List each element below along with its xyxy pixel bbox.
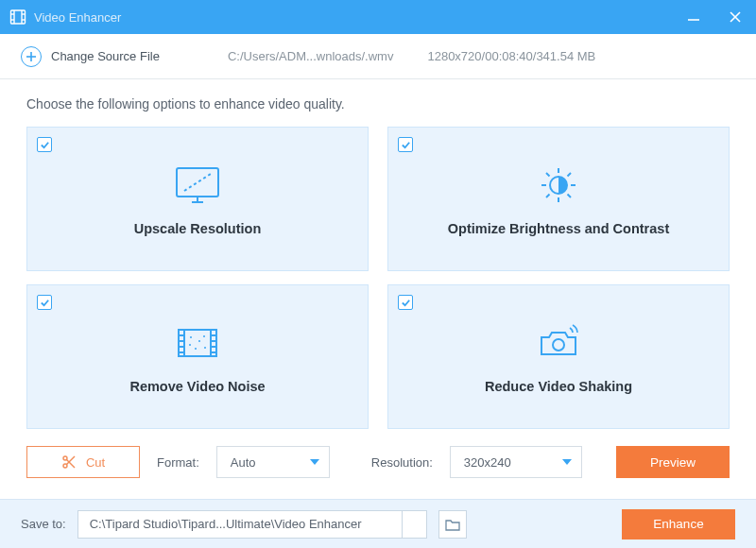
change-source-button[interactable]: Change Source File xyxy=(21,46,160,67)
svg-line-23 xyxy=(568,173,572,177)
plus-icon xyxy=(21,46,42,67)
scissors-icon xyxy=(61,454,77,470)
checkbox-icon[interactable] xyxy=(398,137,413,152)
card-optimize-brightness[interactable]: Optimize Brightness and Contrast xyxy=(387,127,730,271)
chevron-down-icon xyxy=(402,511,426,538)
card-reduce-shaking[interactable]: Reduce Video Shaking xyxy=(387,284,730,429)
svg-rect-12 xyxy=(177,168,218,197)
format-label: Format: xyxy=(157,455,199,470)
option-grid: Upscale Resolution xyxy=(26,127,730,429)
checkbox-icon[interactable] xyxy=(37,295,52,310)
format-dropdown[interactable]: Auto xyxy=(216,446,330,478)
preview-button[interactable]: Preview xyxy=(616,446,730,478)
svg-point-36 xyxy=(190,336,192,338)
source-bar: Change Source File C:/Users/ADM...wnload… xyxy=(0,34,756,79)
filmstrip-icon xyxy=(169,320,226,366)
svg-point-44 xyxy=(63,464,67,468)
open-folder-button[interactable] xyxy=(438,510,467,539)
card-label: Remove Video Noise xyxy=(129,379,265,394)
instruction-text: Choose the following options to enhance … xyxy=(26,96,730,111)
save-path-value: C:\Tipard Studio\Tipard...Ultimate\Video… xyxy=(78,517,373,531)
enhance-button[interactable]: Enhance xyxy=(622,509,735,539)
card-label: Optimize Brightness and Contrast xyxy=(448,221,669,236)
svg-point-37 xyxy=(198,340,200,342)
app-title: Video Enhancer xyxy=(34,10,673,25)
card-remove-noise[interactable]: Remove Video Noise xyxy=(26,284,369,429)
folder-icon xyxy=(445,518,460,531)
app-window: Video Enhancer Change Source File C:/Use… xyxy=(0,0,756,548)
save-to-label: Save to: xyxy=(21,517,66,531)
svg-point-42 xyxy=(553,339,564,351)
checkbox-icon[interactable] xyxy=(37,137,52,152)
checkbox-icon[interactable] xyxy=(398,295,413,310)
resolution-dropdown[interactable]: 320x240 xyxy=(450,446,582,478)
save-path-dropdown[interactable]: C:\Tipard Studio\Tipard...Ultimate\Video… xyxy=(77,510,427,539)
svg-line-15 xyxy=(184,174,211,191)
monitor-icon xyxy=(169,163,226,208)
source-path: C:/Users/ADM...wnloads/.wmv xyxy=(228,49,394,63)
chevron-down-icon xyxy=(310,459,319,465)
resolution-label: Resolution: xyxy=(371,455,433,470)
card-label: Upscale Resolution xyxy=(134,221,262,236)
titlebar: Video Enhancer xyxy=(0,0,756,34)
cut-button[interactable]: Cut xyxy=(26,446,140,478)
preview-label: Preview xyxy=(650,455,696,470)
svg-point-38 xyxy=(195,348,197,350)
controls-row: Cut Format: Auto Resolution: 320x240 Pre… xyxy=(26,446,730,478)
source-meta: 1280x720/00:08:40/341.54 MB xyxy=(427,49,595,63)
card-upscale-resolution[interactable]: Upscale Resolution xyxy=(26,127,369,271)
change-source-label: Change Source File xyxy=(51,49,160,63)
resolution-value: 320x240 xyxy=(464,455,511,470)
minimize-button[interactable] xyxy=(673,0,714,34)
footer-bar: Save to: C:\Tipard Studio\Tipard...Ultim… xyxy=(0,499,756,548)
svg-line-24 xyxy=(546,194,550,197)
chevron-down-icon xyxy=(562,459,572,465)
svg-rect-0 xyxy=(11,10,26,24)
camera-shake-icon xyxy=(530,320,587,366)
svg-line-21 xyxy=(546,173,550,177)
format-value: Auto xyxy=(231,455,256,470)
svg-point-39 xyxy=(203,335,205,337)
app-icon xyxy=(9,9,26,26)
svg-point-43 xyxy=(63,456,67,460)
cut-label: Cut xyxy=(86,455,105,470)
main-area: Choose the following options to enhance … xyxy=(0,79,756,499)
brightness-icon xyxy=(530,163,587,208)
close-button[interactable] xyxy=(714,0,756,34)
enhance-label: Enhance xyxy=(653,517,703,531)
card-label: Reduce Video Shaking xyxy=(485,379,632,394)
svg-line-22 xyxy=(568,194,572,197)
svg-point-41 xyxy=(189,344,191,346)
svg-point-40 xyxy=(204,347,206,349)
